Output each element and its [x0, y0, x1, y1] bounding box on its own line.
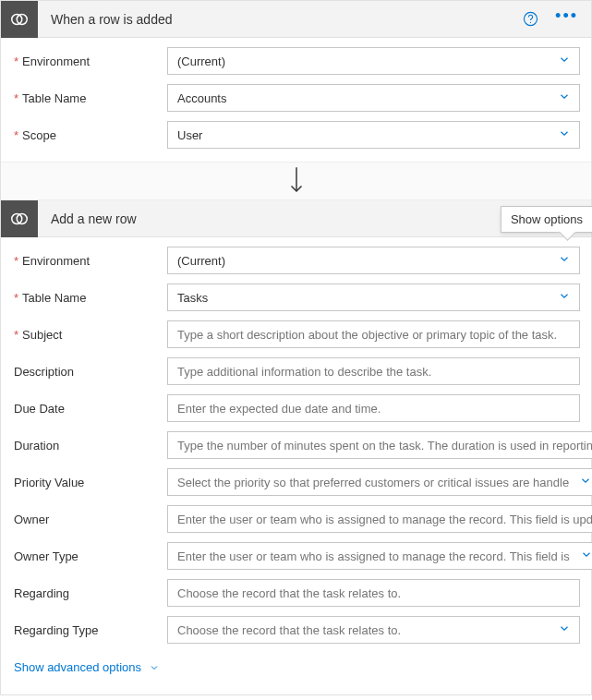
priority-select[interactable]: Select the priority so that preferred cu… — [167, 468, 592, 496]
more-icon[interactable]: ••• — [555, 11, 578, 28]
owner-type-select[interactable]: Enter the user or team who is assigned t… — [167, 542, 592, 570]
trigger-card-header[interactable]: When a row is added ••• — [1, 1, 591, 38]
chevron-down-icon — [149, 662, 160, 673]
owner-type-label: Owner Type — [12, 549, 167, 563]
regarding-type-select[interactable]: Choose the record that the task relates … — [167, 616, 580, 644]
table-name-select[interactable]: Tasks — [167, 284, 580, 311]
environment-select[interactable]: (Current) — [167, 47, 580, 75]
due-date-input[interactable]: Enter the expected due date and time. — [167, 394, 580, 422]
owner-label: Owner — [12, 513, 167, 526]
flow-connector — [1, 162, 591, 200]
subject-label: Subject — [12, 328, 167, 342]
duration-label: Duration — [12, 439, 167, 453]
owner-input[interactable]: Enter the user or team who is assigned t… — [167, 505, 592, 533]
subject-input[interactable]: Type a short description about the objec… — [167, 320, 580, 348]
trigger-card: When a row is added ••• Environment (Cur… — [1, 1, 591, 162]
due-date-label: Due Date — [12, 402, 167, 416]
description-label: Description — [12, 365, 167, 379]
action-card: Add a new row ••• Show options Environme… — [1, 200, 591, 694]
environment-select[interactable]: (Current) — [167, 247, 580, 274]
environment-label: Environment — [12, 254, 167, 268]
trigger-title: When a row is added — [38, 12, 522, 27]
environment-label: Environment — [12, 54, 167, 68]
show-options-tooltip: Show options — [501, 206, 592, 233]
action-title: Add a new row — [38, 211, 522, 226]
regarding-label: Regarding — [12, 586, 167, 600]
description-input[interactable]: Type additional information to describe … — [167, 357, 580, 385]
table-name-label: Table Name — [12, 291, 167, 305]
scope-label: Scope — [12, 128, 167, 142]
help-icon[interactable] — [522, 11, 538, 28]
show-advanced-options[interactable]: Show advanced options — [12, 653, 162, 687]
dataverse-icon — [1, 1, 38, 38]
regarding-type-label: Regarding Type — [12, 623, 167, 637]
scope-select[interactable]: User — [167, 121, 580, 149]
priority-label: Priority Value — [12, 476, 167, 489]
show-advanced-label: Show advanced options — [14, 660, 141, 674]
dataverse-icon — [1, 200, 38, 237]
svg-point-3 — [530, 22, 531, 23]
table-name-label: Table Name — [12, 91, 167, 105]
table-name-select[interactable]: Accounts — [167, 84, 580, 112]
duration-input[interactable]: Type the number of minutes spent on the … — [167, 431, 592, 459]
regarding-input[interactable]: Choose the record that the task relates … — [167, 579, 580, 607]
